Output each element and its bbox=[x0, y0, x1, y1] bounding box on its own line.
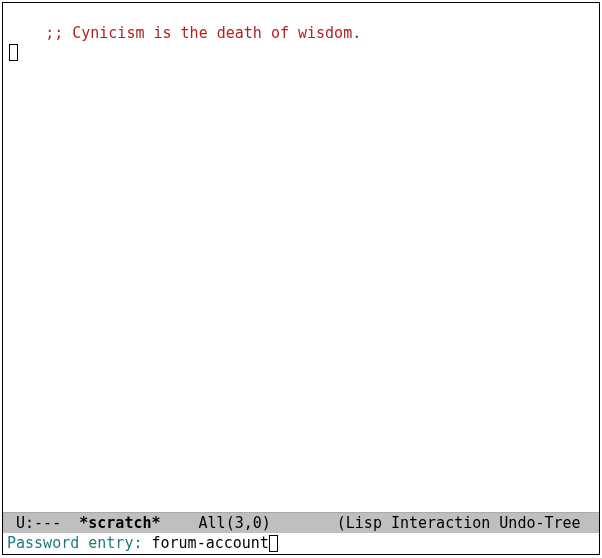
minibuffer-cursor bbox=[269, 535, 278, 552]
mode-line-status: U:--- bbox=[7, 514, 79, 532]
emacs-frame: ;; Cynicism is the death of wisdom. U:--… bbox=[2, 2, 600, 555]
mode-line-buffer-name[interactable]: *scratch* bbox=[79, 514, 160, 532]
mode-line[interactable]: U:--- *scratch*All (3,0)(Lisp Interactio… bbox=[3, 512, 599, 533]
minibuffer[interactable]: Password entry: forum-account bbox=[3, 533, 599, 554]
scratch-buffer[interactable]: ;; Cynicism is the death of wisdom. bbox=[3, 3, 599, 512]
minibuffer-prompt: Password entry: bbox=[7, 534, 152, 552]
mode-line-spacer-2 bbox=[271, 514, 337, 532]
mode-line-position: All bbox=[199, 514, 226, 532]
mode-line-coords: (3,0) bbox=[226, 514, 271, 532]
mode-line-modes[interactable]: (Lisp Interaction Undo-Tree bbox=[337, 514, 581, 532]
point-cursor bbox=[9, 44, 18, 61]
minibuffer-input[interactable]: forum-account bbox=[152, 534, 269, 552]
mode-line-spacer bbox=[161, 514, 199, 532]
buffer-comment-line: ;; Cynicism is the death of wisdom. bbox=[45, 24, 361, 42]
